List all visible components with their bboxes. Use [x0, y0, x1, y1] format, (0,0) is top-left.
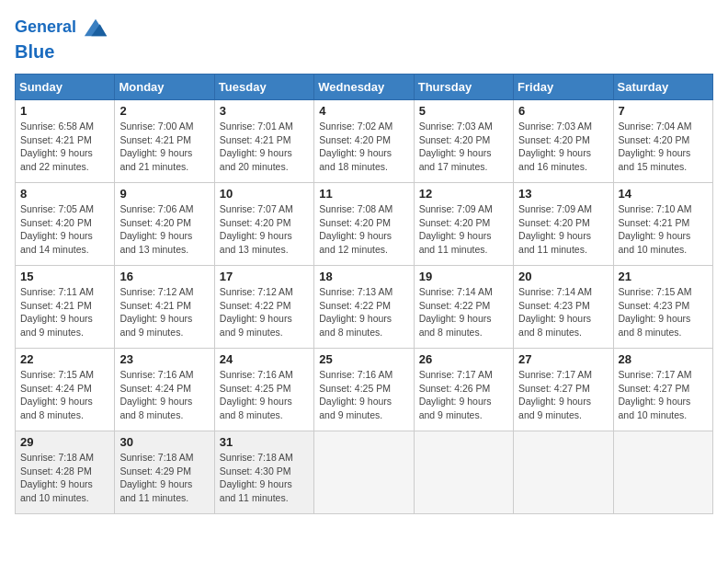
day-info: Sunrise: 7:14 AM Sunset: 4:23 PM Dayligh… [518, 285, 608, 339]
day-number: 8 [20, 187, 109, 201]
calendar-cell: 4 Sunrise: 7:02 AM Sunset: 4:20 PM Dayli… [314, 100, 414, 183]
day-info: Sunrise: 7:07 AM Sunset: 4:20 PM Dayligh… [220, 202, 309, 257]
day-number: 28 [619, 352, 708, 366]
calendar-week-row: 22 Sunrise: 7:15 AM Sunset: 4:24 PM Dayl… [16, 349, 713, 431]
calendar-cell: 12 Sunrise: 7:09 AM Sunset: 4:20 PM Dayl… [414, 183, 513, 266]
page-header: General Blue [15, 15, 713, 63]
calendar-cell: 24 Sunrise: 7:16 AM Sunset: 4:25 PM Dayl… [214, 349, 313, 431]
calendar-cell: 14 Sunrise: 7:10 AM Sunset: 4:21 PM Dayl… [613, 183, 712, 266]
day-number: 4 [319, 104, 408, 118]
calendar-cell [514, 431, 613, 514]
column-header-friday: Friday [514, 75, 613, 100]
day-info: Sunrise: 7:03 AM Sunset: 4:20 PM Dayligh… [518, 120, 608, 174]
day-info: Sunrise: 7:00 AM Sunset: 4:21 PM Dayligh… [119, 120, 209, 174]
day-info: Sunrise: 7:03 AM Sunset: 4:20 PM Dayligh… [419, 120, 508, 174]
day-number: 11 [319, 187, 408, 201]
day-info: Sunrise: 7:04 AM Sunset: 4:20 PM Dayligh… [619, 120, 708, 174]
day-info: Sunrise: 7:08 AM Sunset: 4:20 PM Dayligh… [319, 202, 408, 257]
calendar-week-row: 15 Sunrise: 7:11 AM Sunset: 4:21 PM Dayl… [16, 266, 713, 349]
day-number: 10 [220, 187, 309, 201]
day-number: 2 [119, 104, 209, 118]
calendar-cell: 19 Sunrise: 7:14 AM Sunset: 4:22 PM Dayl… [414, 266, 513, 349]
day-info: Sunrise: 7:15 AM Sunset: 4:23 PM Dayligh… [619, 285, 708, 339]
calendar-table: SundayMondayTuesdayWednesdayThursdayFrid… [15, 74, 713, 514]
calendar-cell: 22 Sunrise: 7:15 AM Sunset: 4:24 PM Dayl… [16, 349, 115, 431]
day-info: Sunrise: 7:16 AM Sunset: 4:25 PM Dayligh… [319, 368, 408, 422]
day-info: Sunrise: 7:16 AM Sunset: 4:25 PM Dayligh… [220, 368, 309, 422]
column-header-monday: Monday [115, 75, 214, 100]
day-info: Sunrise: 7:18 AM Sunset: 4:28 PM Dayligh… [20, 451, 109, 505]
day-number: 3 [220, 104, 309, 118]
day-number: 12 [419, 187, 508, 201]
calendar-cell [414, 431, 513, 514]
day-number: 22 [20, 352, 109, 366]
day-number: 16 [119, 270, 209, 283]
calendar-cell: 18 Sunrise: 7:13 AM Sunset: 4:22 PM Dayl… [314, 266, 414, 349]
calendar-cell: 30 Sunrise: 7:18 AM Sunset: 4:29 PM Dayl… [115, 431, 214, 514]
day-number: 9 [119, 187, 209, 201]
calendar-cell: 2 Sunrise: 7:00 AM Sunset: 4:21 PM Dayli… [115, 100, 214, 183]
column-header-wednesday: Wednesday [314, 75, 414, 100]
day-number: 24 [220, 352, 309, 366]
day-number: 18 [319, 270, 408, 283]
day-number: 13 [518, 187, 608, 201]
calendar-cell: 3 Sunrise: 7:01 AM Sunset: 4:21 PM Dayli… [214, 100, 313, 183]
day-info: Sunrise: 7:13 AM Sunset: 4:22 PM Dayligh… [319, 285, 408, 339]
day-info: Sunrise: 6:58 AM Sunset: 4:21 PM Dayligh… [20, 120, 109, 174]
day-info: Sunrise: 7:15 AM Sunset: 4:24 PM Dayligh… [20, 368, 109, 422]
logo-blue: Blue [15, 40, 108, 63]
day-info: Sunrise: 7:09 AM Sunset: 4:20 PM Dayligh… [419, 202, 508, 257]
calendar-cell: 16 Sunrise: 7:12 AM Sunset: 4:21 PM Dayl… [115, 266, 214, 349]
day-number: 1 [20, 104, 109, 118]
calendar-cell: 31 Sunrise: 7:18 AM Sunset: 4:30 PM Dayl… [214, 431, 313, 514]
calendar-cell: 6 Sunrise: 7:03 AM Sunset: 4:20 PM Dayli… [514, 100, 613, 183]
day-number: 17 [220, 270, 309, 283]
calendar-cell: 10 Sunrise: 7:07 AM Sunset: 4:20 PM Dayl… [214, 183, 313, 266]
day-info: Sunrise: 7:14 AM Sunset: 4:22 PM Dayligh… [419, 285, 508, 339]
calendar-cell [314, 431, 414, 514]
day-number: 27 [518, 352, 608, 366]
calendar-cell: 23 Sunrise: 7:16 AM Sunset: 4:24 PM Dayl… [115, 349, 214, 431]
column-header-saturday: Saturday [613, 75, 712, 100]
calendar-cell [613, 431, 712, 514]
day-info: Sunrise: 7:12 AM Sunset: 4:21 PM Dayligh… [119, 285, 209, 339]
column-header-tuesday: Tuesday [214, 75, 313, 100]
day-number: 23 [119, 352, 209, 366]
day-number: 7 [619, 104, 708, 118]
day-info: Sunrise: 7:01 AM Sunset: 4:21 PM Dayligh… [220, 120, 309, 174]
day-number: 26 [419, 352, 508, 366]
day-number: 21 [619, 270, 708, 283]
day-number: 30 [119, 435, 209, 449]
calendar-cell: 28 Sunrise: 7:17 AM Sunset: 4:27 PM Dayl… [613, 349, 712, 431]
calendar-cell: 25 Sunrise: 7:16 AM Sunset: 4:25 PM Dayl… [314, 349, 414, 431]
day-info: Sunrise: 7:17 AM Sunset: 4:27 PM Dayligh… [518, 368, 608, 422]
calendar-cell: 9 Sunrise: 7:06 AM Sunset: 4:20 PM Dayli… [115, 183, 214, 266]
day-info: Sunrise: 7:02 AM Sunset: 4:20 PM Dayligh… [319, 120, 408, 174]
calendar-cell: 29 Sunrise: 7:18 AM Sunset: 4:28 PM Dayl… [16, 431, 115, 514]
calendar-cell: 15 Sunrise: 7:11 AM Sunset: 4:21 PM Dayl… [16, 266, 115, 349]
calendar-cell: 21 Sunrise: 7:15 AM Sunset: 4:23 PM Dayl… [613, 266, 712, 349]
day-number: 5 [419, 104, 508, 118]
logo: General Blue [15, 15, 108, 63]
day-info: Sunrise: 7:18 AM Sunset: 4:29 PM Dayligh… [119, 451, 209, 505]
day-info: Sunrise: 7:05 AM Sunset: 4:20 PM Dayligh… [20, 202, 109, 257]
day-info: Sunrise: 7:06 AM Sunset: 4:20 PM Dayligh… [119, 202, 209, 257]
calendar-cell: 11 Sunrise: 7:08 AM Sunset: 4:20 PM Dayl… [314, 183, 414, 266]
calendar-week-row: 29 Sunrise: 7:18 AM Sunset: 4:28 PM Dayl… [16, 431, 713, 514]
day-number: 19 [419, 270, 508, 283]
calendar-week-row: 1 Sunrise: 6:58 AM Sunset: 4:21 PM Dayli… [16, 100, 713, 183]
logo-text: General [15, 15, 108, 40]
day-number: 14 [619, 187, 708, 201]
column-header-sunday: Sunday [16, 75, 115, 100]
column-header-thursday: Thursday [414, 75, 513, 100]
calendar-cell: 27 Sunrise: 7:17 AM Sunset: 4:27 PM Dayl… [514, 349, 613, 431]
day-info: Sunrise: 7:18 AM Sunset: 4:30 PM Dayligh… [220, 451, 309, 505]
day-number: 6 [518, 104, 608, 118]
calendar-cell: 8 Sunrise: 7:05 AM Sunset: 4:20 PM Dayli… [16, 183, 115, 266]
day-info: Sunrise: 7:10 AM Sunset: 4:21 PM Dayligh… [619, 202, 708, 257]
day-info: Sunrise: 7:11 AM Sunset: 4:21 PM Dayligh… [20, 285, 109, 339]
day-info: Sunrise: 7:17 AM Sunset: 4:27 PM Dayligh… [619, 368, 708, 422]
calendar-cell: 1 Sunrise: 6:58 AM Sunset: 4:21 PM Dayli… [16, 100, 115, 183]
calendar-cell: 17 Sunrise: 7:12 AM Sunset: 4:22 PM Dayl… [214, 266, 313, 349]
day-number: 15 [20, 270, 109, 283]
